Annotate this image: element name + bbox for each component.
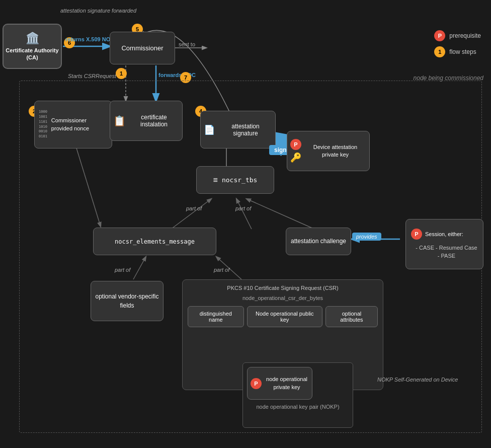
ca-box: 🏛️ Certificate Authority (CA) — [3, 24, 62, 69]
cert-install-label: certificate instalation — [129, 114, 179, 128]
nokp-self-generated-label: NOKP Self-Generated on Device — [377, 377, 458, 383]
nocsr-elements-label: nocsr_elements_message — [115, 238, 195, 245]
csr-public-key: Node operational public key — [247, 306, 322, 327]
commissioner-box: Commissioner — [110, 32, 175, 64]
nocsr-tbs-label: nocsr_tbs — [222, 176, 257, 184]
nocsr-elements-box: nocsr_elements_message — [93, 228, 216, 255]
vendor-fields-label: optional vendor-specific fields — [94, 292, 160, 310]
attest-sig-label: attestation signature — [219, 123, 272, 137]
nokp-private-key-box: P node operational private key — [247, 367, 312, 400]
flowstep-badge: 1 — [434, 46, 445, 57]
nonce-box: 100010011101101000100101 Commissioner pr… — [34, 101, 112, 148]
nocsr-tbs-box: ≡ nocsr_tbs — [196, 166, 274, 194]
provides-label: provides — [352, 233, 381, 241]
part-of-4: part of — [214, 267, 229, 273]
nokp-prereq-badge: P — [251, 378, 262, 389]
csr-title: PKCS #10 Certificate Signing Request (CS… — [188, 285, 378, 291]
returns-label: returns X.509 NOC — [65, 36, 114, 42]
device-attest-prereq-badge: P — [290, 139, 301, 150]
nokp-box: P node operational private key node oper… — [242, 362, 353, 428]
commissioner-label: Commissioner — [121, 44, 163, 52]
attest-fwd-label: attestation signature forwarded — [60, 8, 136, 14]
session-box: P Session, either: - CASE - Resumed Case… — [405, 219, 483, 269]
attest-challenge-label: attestation challenge — [291, 237, 346, 246]
nokp-label: node operational key pair (NOKP) — [247, 404, 349, 410]
attest-sig-box: 📄 attestation signature — [200, 111, 276, 148]
device-attest-label: Device attestation private key — [304, 143, 366, 159]
diagram: P prerequisite 1 flow steps 🏛️ Certifica… — [0, 0, 491, 448]
flowstep-label: flow steps — [449, 48, 476, 55]
cert-install-box: 📋 certificate instalation — [110, 101, 183, 141]
session-options: - CASE - Resumed Case - PASE — [416, 245, 477, 259]
session-prereq-badge: P — [411, 229, 422, 240]
csr-optional-attrs: optional attributes — [325, 306, 378, 327]
csr-sub: node_operational_csr_der_bytes — [188, 295, 378, 301]
nonce-label: Commissioner provided nonce — [51, 117, 89, 131]
prerequisite-label: prerequisite — [449, 32, 481, 39]
session-label: Session, either: — [425, 231, 463, 237]
legend-prerequisite: P prerequisite — [434, 30, 481, 41]
badge-1: 1 — [116, 68, 127, 79]
nokp-private-key-label: node operational private key — [265, 376, 309, 391]
part-of-1: part of — [186, 205, 202, 211]
device-attest-box: P 🔑 Device attestation private key — [287, 131, 370, 171]
starts-csr-label: Starts CSRRequest — [68, 73, 116, 79]
part-of-3: part of — [115, 267, 130, 273]
part-of-2: part of — [235, 205, 251, 211]
legend-flowstep: 1 flow steps — [434, 46, 481, 57]
attest-challenge-box: attestation challenge — [286, 228, 351, 255]
legend: P prerequisite 1 flow steps — [434, 30, 481, 57]
sent-to-label: sent to — [179, 41, 195, 47]
csr-distinguished-name: distinguished name — [188, 306, 244, 327]
prerequisite-badge: P — [434, 30, 445, 41]
vendor-fields-box: optional vendor-specific fields — [91, 281, 163, 321]
ca-label: Certificate Authority (CA) — [4, 47, 61, 61]
